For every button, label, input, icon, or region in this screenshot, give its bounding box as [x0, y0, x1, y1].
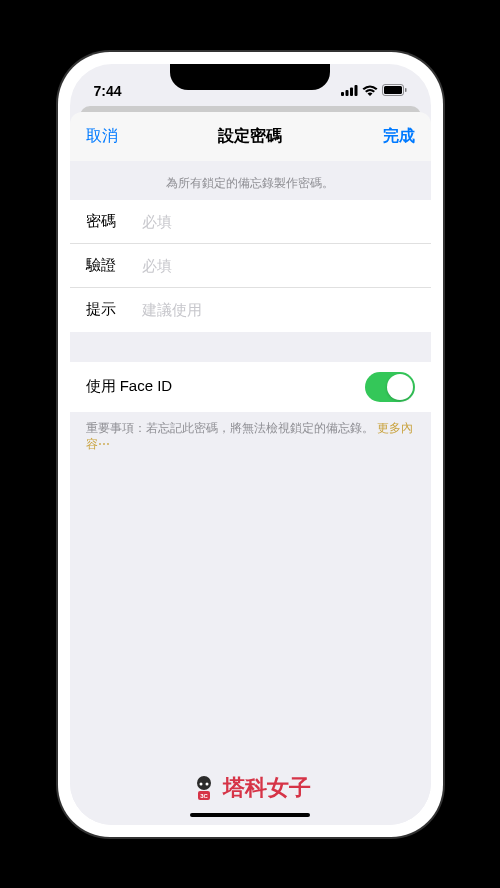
footer-prefix: 重要事項：	[86, 421, 146, 435]
screen: 7:44 取消 設定密碼 完成 為所有鎖定的備忘錄製作密碼。	[70, 64, 431, 825]
settings-modal: 取消 設定密碼 完成 為所有鎖定的備忘錄製作密碼。 密碼 驗證 提示	[70, 112, 431, 825]
svg-point-8	[200, 782, 203, 785]
footer-note: 重要事項：若忘記此密碼，將無法檢視鎖定的備忘錄。 更多內容⋯	[70, 412, 431, 462]
password-row: 密碼	[70, 200, 431, 244]
verify-label: 驗證	[86, 256, 142, 275]
svg-point-7	[197, 776, 211, 790]
password-input[interactable]	[142, 213, 415, 230]
password-form: 密碼 驗證 提示	[70, 200, 431, 332]
verify-input[interactable]	[142, 257, 415, 274]
svg-rect-1	[345, 90, 348, 96]
svg-text:3C: 3C	[200, 793, 208, 799]
svg-rect-2	[350, 87, 353, 96]
faceid-row: 使用 Face ID	[70, 362, 431, 412]
modal-header: 取消 設定密碼 完成	[70, 112, 431, 161]
hint-row: 提示	[70, 288, 431, 332]
svg-rect-3	[354, 85, 357, 96]
signal-icon	[341, 83, 358, 99]
watermark-text: 塔科女子	[223, 773, 311, 803]
status-time: 7:44	[94, 83, 122, 99]
faceid-section: 使用 Face ID	[70, 362, 431, 412]
svg-rect-0	[341, 92, 344, 96]
modal-title: 設定密碼	[218, 126, 282, 147]
footer-text: 若忘記此密碼，將無法檢視鎖定的備忘錄。	[146, 421, 374, 435]
cancel-button[interactable]: 取消	[86, 126, 118, 147]
faceid-label: 使用 Face ID	[86, 377, 173, 396]
home-indicator[interactable]	[190, 813, 310, 817]
password-label: 密碼	[86, 212, 142, 231]
toggle-knob	[387, 374, 413, 400]
done-button[interactable]: 完成	[383, 126, 415, 147]
battery-icon	[382, 83, 407, 99]
phone-frame: 7:44 取消 設定密碼 完成 為所有鎖定的備忘錄製作密碼。	[58, 52, 443, 837]
verify-row: 驗證	[70, 244, 431, 288]
svg-point-9	[206, 782, 209, 785]
wifi-icon	[362, 83, 378, 99]
status-icons	[341, 83, 407, 99]
watermark-icon: 3C	[189, 773, 219, 803]
hint-input[interactable]	[142, 301, 415, 318]
watermark: 3C 塔科女子	[189, 773, 311, 803]
hint-label: 提示	[86, 300, 142, 319]
svg-rect-5	[384, 86, 402, 94]
notch	[170, 64, 330, 90]
svg-rect-6	[405, 88, 407, 92]
section-description: 為所有鎖定的備忘錄製作密碼。	[70, 161, 431, 200]
faceid-toggle[interactable]	[365, 372, 415, 402]
